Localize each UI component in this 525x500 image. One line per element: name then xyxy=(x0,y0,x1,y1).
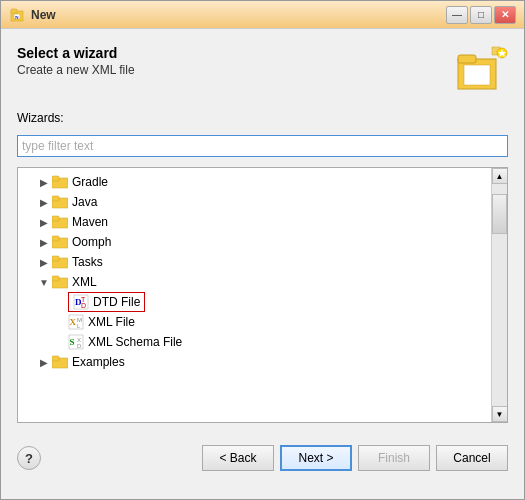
tree-item-xml-schema-file[interactable]: ▶ S X D XML Schema File xyxy=(18,332,491,352)
svg-rect-35 xyxy=(52,356,59,361)
header-area: Select a wizard Create a new XML file xyxy=(17,45,508,97)
back-button[interactable]: < Back xyxy=(202,445,274,471)
tree-item-maven[interactable]: ▶ Maven xyxy=(18,212,491,232)
toggle-java[interactable]: ▶ xyxy=(38,196,50,208)
window-icon: N xyxy=(9,7,25,23)
examples-label: Examples xyxy=(72,355,125,369)
dialog-subtitle: Create a new XML file xyxy=(17,63,135,77)
xml-file-icon: X M L xyxy=(68,314,84,330)
button-row: ? < Back Next > Finish Cancel xyxy=(17,445,508,471)
svg-rect-5 xyxy=(458,55,476,63)
folder-icon-xml xyxy=(52,274,68,290)
xml-label: XML xyxy=(72,275,97,289)
dialog-content: Select a wizard Create a new XML file Wi… xyxy=(1,29,524,499)
folder-icon-oomph xyxy=(52,234,68,250)
svg-rect-15 xyxy=(52,216,59,221)
wizards-label: Wizards: xyxy=(17,111,508,125)
toggle-xml[interactable]: ▼ xyxy=(38,276,50,288)
dtd-file-box[interactable]: D T D DTD File xyxy=(68,292,145,312)
folder-icon-tasks xyxy=(52,254,68,270)
dialog-window: N New — □ ✕ Select a wizard Create a new… xyxy=(0,0,525,500)
gradle-label: Gradle xyxy=(72,175,108,189)
svg-text:S: S xyxy=(70,337,75,347)
svg-rect-11 xyxy=(52,176,59,181)
tree-container: ▶ Gradle ▶ xyxy=(17,167,508,423)
header-text: Select a wizard Create a new XML file xyxy=(17,45,135,77)
toggle-oomph[interactable]: ▶ xyxy=(38,236,50,248)
next-button[interactable]: Next > xyxy=(280,445,352,471)
dtd-file-icon: D T D xyxy=(73,294,89,310)
toggle-examples[interactable]: ▶ xyxy=(38,356,50,368)
toggle-tasks[interactable]: ▶ xyxy=(38,256,50,268)
tree-item-dtd-file[interactable]: ▶ D T D DTD File xyxy=(18,292,491,312)
toggle-gradle[interactable]: ▶ xyxy=(38,176,50,188)
finish-button[interactable]: Finish xyxy=(358,445,430,471)
wizard-icon xyxy=(456,45,508,97)
minimize-button[interactable]: — xyxy=(446,6,468,24)
cancel-button[interactable]: Cancel xyxy=(436,445,508,471)
svg-rect-13 xyxy=(52,196,59,201)
tasks-label: Tasks xyxy=(72,255,103,269)
maximize-button[interactable]: □ xyxy=(470,6,492,24)
scrollbar-track[interactable] xyxy=(492,184,507,406)
folder-icon-maven xyxy=(52,214,68,230)
scroll-down-button[interactable]: ▼ xyxy=(492,406,508,422)
tree-item-xml[interactable]: ▼ XML xyxy=(18,272,491,292)
svg-rect-6 xyxy=(464,65,490,85)
svg-rect-17 xyxy=(52,236,59,241)
svg-text:X: X xyxy=(70,317,77,327)
maven-label: Maven xyxy=(72,215,108,229)
dialog-title: Select a wizard xyxy=(17,45,135,61)
tree-content: ▶ Gradle ▶ xyxy=(18,168,491,422)
folder-icon-gradle xyxy=(52,174,68,190)
help-button[interactable]: ? xyxy=(17,446,41,470)
oomph-label: Oomph xyxy=(72,235,111,249)
svg-rect-19 xyxy=(52,256,59,261)
tree-item-java[interactable]: ▶ Java xyxy=(18,192,491,212)
svg-text:D: D xyxy=(81,302,86,309)
folder-icon-examples xyxy=(52,354,68,370)
svg-text:D: D xyxy=(77,343,82,349)
title-bar: N New — □ ✕ xyxy=(1,1,524,29)
scrollbar-thumb[interactable] xyxy=(492,194,507,234)
toggle-maven[interactable]: ▶ xyxy=(38,216,50,228)
svg-text:N: N xyxy=(15,15,19,20)
tree-item-tasks[interactable]: ▶ Tasks xyxy=(18,252,491,272)
xsd-file-label: XML Schema File xyxy=(88,335,182,349)
tree-item-gradle[interactable]: ▶ Gradle xyxy=(18,172,491,192)
xml-file-label: XML File xyxy=(88,315,135,329)
window-title: New xyxy=(31,8,446,22)
svg-rect-1 xyxy=(11,9,17,13)
tree-item-oomph[interactable]: ▶ Oomph xyxy=(18,232,491,252)
folder-icon-java xyxy=(52,194,68,210)
button-area: ? < Back Next > Finish Cancel xyxy=(17,433,508,483)
dtd-file-label: DTD File xyxy=(93,295,140,309)
xsd-file-icon: S X D xyxy=(68,334,84,350)
tree-item-examples[interactable]: ▶ Examples xyxy=(18,352,491,372)
window-controls: — □ ✕ xyxy=(446,6,516,24)
java-label: Java xyxy=(72,195,97,209)
search-input[interactable] xyxy=(17,135,508,157)
scroll-up-button[interactable]: ▲ xyxy=(492,168,508,184)
close-button[interactable]: ✕ xyxy=(494,6,516,24)
tree-item-xml-file[interactable]: ▶ X M L XML File xyxy=(18,312,491,332)
svg-rect-21 xyxy=(52,276,59,281)
tree-scrollbar[interactable]: ▲ ▼ xyxy=(491,168,507,422)
